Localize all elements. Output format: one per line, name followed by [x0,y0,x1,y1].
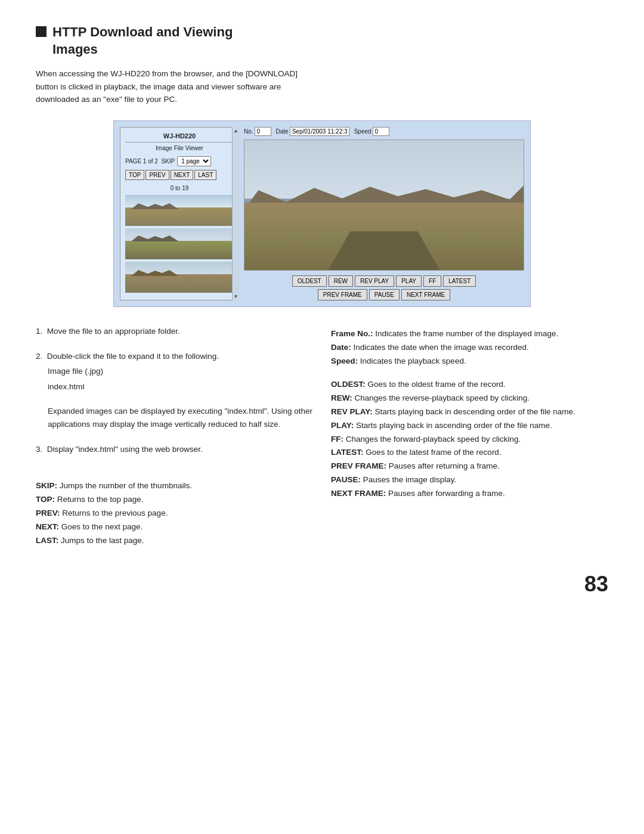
def-prevframe: PREV FRAME: Pauses after returning a fra… [331,460,608,473]
play-button[interactable]: PLAY [396,275,422,287]
def-speed: Speed: Indicates the playback speed. [331,355,608,368]
nav-buttons: TOP PREV NEXT LAST [125,170,234,180]
right-def-list: Frame No.: Indicates the frame number of… [331,327,608,501]
scroll-down-icon[interactable]: ▼ [234,294,239,299]
right-column: Frame No.: Indicates the frame number of… [331,325,608,548]
def-latest: LATEST: Goes to the latest frame of the … [331,446,608,460]
def-ff: FF: Changes the forward-playback speed b… [331,433,608,447]
frame-no-field: No. [244,127,271,136]
viewer-left-panel: WJ-HD220 Image File Viewer PAGE 1 of 2 S… [120,127,239,300]
intro-text: When accessing the WJ-HD220 from the bro… [36,67,310,106]
thumb-range: 0 to 19 [125,185,234,191]
main-image [244,139,524,271]
left-def-list: SKIP: Jumps the number of the thumbnails… [36,479,313,548]
date-field: Date [276,127,349,136]
controls-row1: OLDEST REW REV PLAY PLAY FF LATEST [244,275,524,287]
thumbnail-3[interactable] [125,262,234,293]
step-2: 2. Double-click the file to expand it to… [36,350,313,431]
def-nextframe: NEXT FRAME: Pauses after forwarding a fr… [331,487,608,501]
viewer-title: WJ-HD220 [125,132,234,142]
speed-field: Speed [354,127,389,136]
skip-select[interactable]: 1 page [177,156,211,166]
prev-frame-button[interactable]: PREV FRAME [318,289,367,300]
def-frameno: Frame No.: Indicates the frame number of… [331,327,608,341]
next-button[interactable]: NEXT [171,170,194,180]
def-next: NEXT: Goes to the next page. [36,520,313,534]
step-1-text: 1. Move the file to an appropriate folde… [36,325,313,338]
def-revplay: REV PLAY: Starts playing back in descend… [331,405,608,419]
def-skip: SKIP: Jumps the number of the thumbnails… [36,479,313,493]
def-oldest: OLDEST: Goes to the oldest frame of the … [331,378,608,392]
step-2-sub2: index.html [36,380,313,393]
step-2-sub1: Image file (.jpg) [36,365,313,378]
def-rew: REW: Changes the reverse-playback speed … [331,392,608,405]
viewer-right-panel: No. Date Speed OLDEST REW REV PLAY [239,127,524,300]
def-prev: PREV: Returns to the previous page. [36,507,313,520]
scroll-up-icon[interactable]: ▲ [234,128,239,134]
def-pause: PAUSE: Pauses the image display. [331,473,608,487]
def-top: TOP: Returns to the top page. [36,493,313,507]
thumbnails [125,195,234,293]
def-play: PLAY: Starts playing back in ascending o… [331,419,608,433]
next-frame-button[interactable]: NEXT FRAME [401,289,450,300]
content-columns: 1. Move the file to an appropriate folde… [36,325,608,548]
step-1: 1. Move the file to an appropriate folde… [36,325,313,338]
page-title: HTTP Download and Viewing Images [52,24,233,58]
rew-button[interactable]: REW [329,275,353,287]
date-label: Date [276,128,289,135]
rev-play-button[interactable]: REV PLAY [355,275,394,287]
controls-row2: PREV FRAME PAUSE NEXT FRAME [244,289,524,300]
step-3: 3. Display "index.html" using the web br… [36,443,313,456]
thumbnail-1[interactable] [125,195,234,226]
scroll-bar[interactable]: ▲ ▼ [232,127,239,300]
ff-button[interactable]: FF [423,275,441,287]
step-3-text: 3. Display "index.html" using the web br… [36,443,313,456]
page-label: PAGE 1 of 2 SKIP [125,158,175,165]
latest-button[interactable]: LATEST [443,275,476,287]
frame-no-label: No. [244,128,253,135]
pause-button[interactable]: PAUSE [369,289,400,300]
viewer-left-content: WJ-HD220 Image File Viewer PAGE 1 of 2 S… [120,127,239,300]
step-2-text: 2. Double-click the file to expand it to… [36,350,313,363]
top-button[interactable]: TOP [125,170,144,180]
title-icon [36,26,47,37]
def-last: LAST: Jumps to the last page. [36,534,313,548]
left-column: 1. Move the file to an appropriate folde… [36,325,313,548]
viewer-info-bar: No. Date Speed [244,127,524,136]
def-date: Date: Indicates the date when the image … [331,341,608,355]
speed-input[interactable] [373,127,389,136]
viewer-subtitle: Image File Viewer [125,145,234,151]
speed-label: Speed [354,128,371,135]
playback-controls: OLDEST REW REV PLAY PLAY FF LATEST PREV … [244,275,524,300]
oldest-button[interactable]: OLDEST [292,275,327,287]
viewer-mockup: WJ-HD220 Image File Viewer PAGE 1 of 2 S… [113,120,531,307]
last-button[interactable]: LAST [194,170,216,180]
frame-no-input[interactable] [255,127,271,136]
thumbnail-2[interactable] [125,228,234,259]
prev-button[interactable]: PREV [145,170,169,180]
date-input[interactable] [290,127,349,136]
page-number: 83 [36,572,608,597]
page-title-block: HTTP Download and Viewing Images [36,24,608,58]
step-2-note: Expanded images can be displayed by exec… [36,405,313,430]
page-nav-row: PAGE 1 of 2 SKIP 1 page [125,156,234,166]
